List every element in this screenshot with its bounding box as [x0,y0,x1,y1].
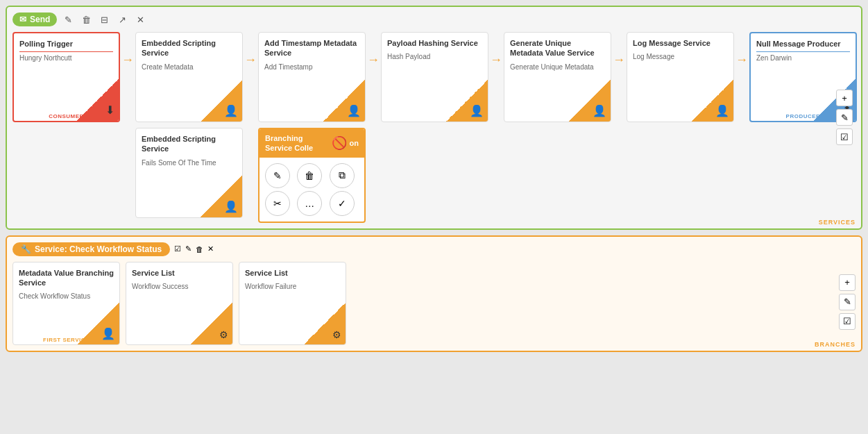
embedded-2-corner: 👤 [201,176,242,217]
add-timestamp-subtitle: Add Timestamp [259,61,365,77]
branching-actions: ✎ 🗑 ⧉ ✂ … ✓ [259,158,364,222]
col-embedded: Embedded Scripting Service Create Metada… [135,32,243,218]
arrow-1: → [121,32,134,67]
check-branch-btn[interactable]: ☑ [839,313,856,330]
arrow-5: → [613,32,625,67]
check-bottom-icon[interactable]: ☑ [174,244,181,253]
bottom-workflow-section: 🔧 Service: Check Workflow Status ☑ ✎ 🗑 ✕… [6,235,862,352]
close-send-icon[interactable]: ✕ [133,12,147,26]
log-message-card: Log Message Service Log Message 👤 [627,32,734,122]
bottom-header: 🔧 Service: Check Workflow Status ☑ ✎ 🗑 ✕ [12,242,856,256]
null-message-subtitle: Zen Darwin [751,52,856,68]
add-timestamp-card: Add Timestamp Metadata Service Add Times… [258,32,366,122]
no-entry-icon: 🚫 [332,135,347,151]
person-icon-4: 👤 [470,104,484,117]
log-message-title: Log Message Service [627,33,733,51]
branching-title-text: Branching Service Colle [265,133,329,153]
service-list-success-corner: ⚙ [191,303,232,344]
embedded-1-corner: 👤 [201,80,242,122]
polling-trigger-title: Polling Trigger [14,33,119,51]
service-list-success-subtitle: Workflow Success [126,281,232,297]
branches-label: BRANCHES [815,341,856,348]
send-label: ✉ Send [12,12,57,26]
consumer-label: CONSUMER [14,113,119,119]
embedded-scripting-1-card: Embedded Scripting Service Create Metada… [135,32,243,122]
main-flow: Polling Trigger Hungry Northcutt ⬇ CONSU… [12,32,856,223]
screenshot-icon[interactable]: ⊟ [97,12,111,26]
branching-check-btn[interactable]: ✓ [330,191,355,216]
branching-copy-btn[interactable]: ⧉ [330,163,355,188]
arrow-2: → [244,32,257,67]
service-list-failure-corner: ⚙ [304,303,346,344]
embedded-scripting-2-card: Embedded Scripting Service Fails Some Of… [135,128,243,218]
generate-unique-card: Generate Unique Metadata Value Service G… [504,32,611,122]
add-timestamp-title: Add Timestamp Metadata Service [259,33,365,61]
close-bottom-icon[interactable]: ✕ [207,244,214,253]
metadata-value-branching-card: Metadata Value Branching Service Check W… [12,262,120,345]
person-icon-3: 👤 [347,104,361,117]
person-icon-1: 👤 [224,104,238,117]
service-list-failure-title: Service List [239,262,346,281]
generate-unique-title: Generate Unique Metadata Value Service [504,33,611,61]
edit-bottom-icon[interactable]: ✎ [185,244,192,253]
branching-edit-btn[interactable]: ✎ [265,163,290,188]
branching-more-btn[interactable]: … [297,191,322,216]
envelope-icon: ✉ [19,15,26,24]
generate-unique-subtitle: Generate Unique Metadata [504,61,611,77]
null-message-title: Null Message Producer [751,33,856,51]
expand-icon[interactable]: ↗ [115,12,129,26]
add-timestamp-corner: 👤 [323,80,365,122]
payload-hashing-title: Payload Hashing Service [382,33,488,51]
add-service-btn[interactable]: + [836,90,853,106]
embedded-2-subtitle: Fails Some Of The Time [136,157,242,173]
edit-send-icon[interactable]: ✎ [61,12,75,26]
top-right-controls: + ✎ ☑ [836,90,853,145]
branching-title-bar: Branching Service Colle🚫on [259,129,364,158]
delete-bottom-icon[interactable]: 🗑 [196,245,203,253]
payload-hashing-subtitle: Hash Payload [382,51,488,67]
person-icon-5: 👤 [593,104,606,117]
embedded-1-subtitle: Create Metadata [136,61,242,77]
branching-cut-btn[interactable]: ✂ [265,191,290,216]
embedded-2-title: Embedded Scripting Service [136,128,242,157]
branching-title-end: on [350,138,359,148]
service-list-failure-subtitle: Workflow Failure [239,281,346,297]
top-workflow-section: ✉ Send ✎ 🗑 ⊟ ↗ ✕ Polling Trigger Hungry … [6,6,862,230]
add-branch-btn[interactable]: + [839,274,856,291]
arrow-6: → [735,32,748,67]
col-timestamp: Add Timestamp Metadata Service Add Times… [258,32,366,223]
service-icon: 🔧 [21,244,31,254]
payload-hashing-card: Payload Hashing Service Hash Payload 👤 [381,32,488,122]
gear-icon-1: ⚙ [219,329,228,340]
first-service-label: FIRST SERVICE [13,337,119,343]
arrow-4: → [490,32,502,67]
service-list-success-title: Service List [126,262,232,281]
branching-delete-btn[interactable]: 🗑 [297,163,322,188]
edit-branch-btn[interactable]: ✎ [839,294,856,310]
arrow-3: → [367,32,380,67]
person-icon-6: 👤 [715,104,729,117]
bottom-right-controls: + ✎ ☑ [839,274,856,330]
bottom-cards-row: Metadata Value Branching Service Check W… [12,262,856,345]
polling-trigger-card: Polling Trigger Hungry Northcutt ⬇ CONSU… [12,32,120,122]
service-check-label: 🔧 Service: Check Workflow Status [12,242,170,256]
services-label: SERVICES [819,219,856,226]
generate-unique-corner: 👤 [569,80,611,122]
log-message-corner: 👤 [692,80,733,122]
polling-trigger-subtitle: Hungry Northcutt [14,52,119,68]
service-list-success-card: Service List Workflow Success ⚙ [126,262,233,345]
top-header: ✉ Send ✎ 🗑 ⊟ ↗ ✕ [12,12,856,26]
edit-service-btn[interactable]: ✎ [836,109,853,126]
branching-service-card: Branching Service Colle🚫on ✎ 🗑 ⧉ ✂ … ✓ [258,128,366,223]
gear-icon-2: ⚙ [332,329,341,340]
payload-hashing-corner: 👤 [446,80,488,122]
check-service-btn[interactable]: ☑ [836,128,853,145]
metadata-branching-title: Metadata Value Branching Service [13,262,119,291]
delete-send-icon[interactable]: 🗑 [79,12,93,26]
service-list-failure-card: Service List Workflow Failure ⚙ [239,262,346,345]
log-message-subtitle: Log Message [627,51,733,67]
embedded-1-title: Embedded Scripting Service [136,33,242,61]
person-icon-2: 👤 [224,200,238,213]
